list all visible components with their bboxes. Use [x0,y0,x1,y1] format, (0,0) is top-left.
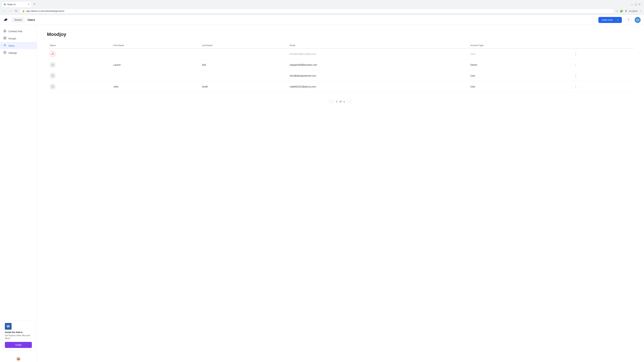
sidebar-item-contract-hub[interactable]: Contract Hub [0,28,37,35]
svg-point-8 [4,44,5,45]
table-row: lxkvt@akirapowered.comUser⋮ [47,70,634,81]
install-button[interactable]: Install [5,342,32,348]
window-minimize-button[interactable]: — [631,3,633,6]
email-cell: dopejot393@konetas.com [287,59,468,70]
pagination-total-pages: 1 [344,100,345,103]
org-title: Moodjoy [47,32,634,37]
address-bar[interactable]: 🔒 app.robinai.co.uk/review/settings/user… [20,8,614,13]
svg-rect-5 [5,37,6,38]
table-row: 8e1bbdc8@moodjoy.comUser⋮ [47,48,634,59]
word-letter: W [7,325,10,328]
users-icon [3,44,6,48]
row-actions-cell: ⋮ [570,70,634,81]
col-status: Status [47,42,111,48]
window-close-button[interactable]: ✕ [639,3,641,6]
back-button[interactable]: ← [2,9,7,13]
last-name-cell: Smith [199,81,287,92]
review-button[interactable]: Review [12,17,24,22]
app-header: Review Users Invite User 👤+ ? LD [0,15,644,25]
new-tab-button[interactable]: + [32,2,37,7]
account-type-cell: User [468,70,570,81]
pagination-next-button[interactable]: → [347,99,352,104]
browser-nav-bar: ← → ↻ 🔒 app.robinai.co.uk/review/setting… [0,7,644,15]
logo-icon [3,17,9,23]
user-avatar-icon [50,84,56,90]
row-actions-cell: ⋮ [570,48,634,59]
first-name-cell: John [111,81,199,92]
pagination: ← 1 of 1 → [47,99,634,104]
col-last-name: Last Name [199,42,287,48]
row-menu-button[interactable]: ⋮ [573,51,579,57]
first-name-cell: Lauren [111,59,199,70]
sidebar-item-settings[interactable]: Settings [0,49,37,56]
table-row: JohnSmithnejek62251@ploncy.comUser⋮ [47,81,634,92]
email-cell: lxkvt@akirapowered.com [287,70,468,81]
groups-label: Groups [8,37,16,40]
incognito-label: Incognito [629,10,638,12]
tab-close-button[interactable]: × [28,3,29,6]
row-actions-cell: ⋮ [570,81,634,92]
invite-user-button[interactable]: Invite User 👤+ [598,17,622,23]
word-addon-panel: W Install the Add-in Get Reports within … [2,320,35,351]
cookie-button[interactable]: 🍪 [0,354,37,362]
invite-user-label: Invite User [602,18,613,21]
svg-rect-7 [5,38,6,39]
sidebar: Contract Hub Groups Users [0,25,37,362]
svg-point-11 [52,64,53,65]
pagination-prev-button[interactable]: ← [329,99,334,104]
home-icon [3,29,6,33]
user-avatar[interactable]: LD [634,17,641,23]
address-text[interactable]: app.robinai.co.uk/review/settings/users/ [26,10,612,12]
user-avatar-cell [47,59,111,70]
sidebar-bottom: W Install the Add-in Get Reports within … [0,318,37,362]
address-lock-icon: 🔒 [22,10,25,12]
invite-user-icon: 👤+ [614,18,618,21]
email-cell: 8e1bbdc8@moodjoy.com [287,48,468,59]
col-email: Email [287,42,468,48]
window-maximize-button[interactable]: ⬜ [634,3,637,6]
sidebar-item-users[interactable]: Users [0,42,37,49]
app-logo[interactable] [3,17,9,23]
refresh-button[interactable]: ↻ [14,9,18,13]
download-icon[interactable]: ⬇ [625,9,627,12]
col-account-type: Account Type [468,42,570,48]
row-menu-button[interactable]: ⋮ [573,84,579,89]
user-avatar-icon [50,62,56,68]
account-type-cell: User [468,48,570,59]
tab-title: Robin AI [8,3,16,6]
forward-button[interactable]: → [8,9,13,13]
user-avatar-cell [47,70,111,81]
last-name-cell [199,70,287,81]
tab-bar: 🐦 Robin AI × + — ⬜ ✕ [0,0,644,7]
addon-title: Install the Add-in [5,331,32,334]
first-name-cell [111,48,199,59]
row-actions-cell: ⋮ [570,59,634,70]
user-avatar-cell [47,81,111,92]
help-button[interactable]: ? [625,17,631,23]
main-content: Moodjoy Status First Name Last Name Emai… [37,25,644,362]
browser-toolbar-icons: ☆ 🧩 ⬇ Incognito ⋮ [616,9,642,12]
account-type-cell: Owner [468,59,570,70]
email-cell: nejek62251@ploncy.com [287,81,468,92]
user-avatar-icon [50,51,56,57]
more-options-icon[interactable]: ⋮ [639,9,642,12]
active-tab[interactable]: 🐦 Robin AI × [1,1,32,7]
col-first-name: First Name [111,42,199,48]
contract-hub-label: Contract Hub [8,30,22,33]
help-icon: ? [628,18,629,21]
settings-label: Settings [8,52,17,54]
col-actions [570,42,634,48]
cookie-icon: 🍪 [16,356,21,362]
svg-rect-4 [4,37,4,38]
tab-favicon: 🐦 [4,3,6,6]
sidebar-item-groups[interactable]: Groups [0,35,37,42]
row-menu-button[interactable]: ⋮ [573,73,579,78]
bookmark-icon[interactable]: ☆ [616,9,618,12]
groups-icon [3,36,6,40]
users-table: Status First Name Last Name Email Accoun… [47,42,634,92]
settings-icon [3,51,6,55]
extensions-icon[interactable]: 🧩 [620,9,623,12]
pagination-of-label: of [340,100,342,103]
row-menu-button[interactable]: ⋮ [573,62,579,67]
svg-rect-6 [4,38,4,39]
